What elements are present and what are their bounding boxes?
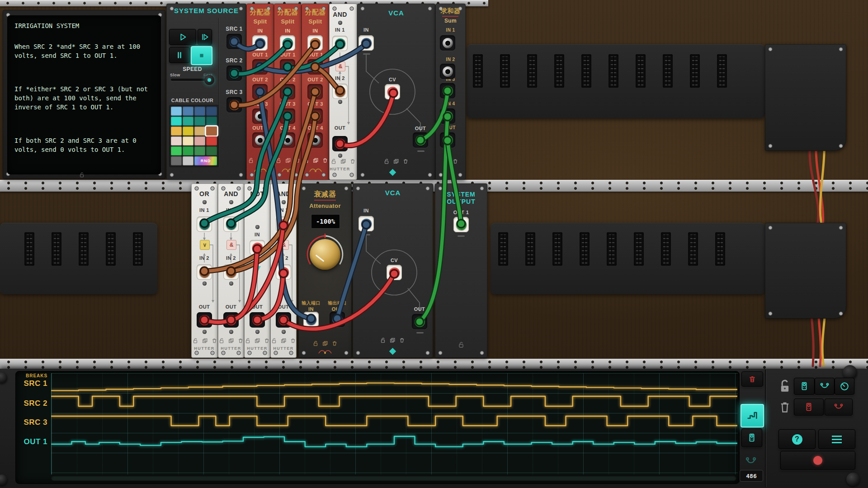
lock-tools-icon[interactable] [778, 379, 791, 394]
trash-icon[interactable] [452, 158, 458, 164]
record-button[interactable] [780, 451, 855, 470]
split-c-out4-jack[interactable] [307, 132, 323, 148]
help-button[interactable]: ? [778, 429, 816, 449]
palette-swatch-0-0[interactable] [171, 107, 182, 116]
and2-row2-in1-jack[interactable] [276, 216, 291, 232]
menu-button[interactable] [818, 429, 855, 449]
pause-button[interactable] [169, 47, 190, 63]
vca2-out-jack[interactable] [412, 314, 427, 329]
trash-icon[interactable] [264, 338, 270, 344]
lock-modules-button[interactable] [794, 378, 815, 395]
lock-icon[interactable] [312, 340, 319, 347]
delete-cables-button[interactable] [825, 399, 853, 416]
lock-icon[interactable] [192, 338, 198, 344]
step-forward-button[interactable] [198, 29, 212, 45]
palette-swatch-0-3[interactable] [206, 107, 217, 116]
split-a-out1-jack[interactable] [252, 59, 268, 75]
lock-icon[interactable] [330, 158, 337, 164]
copy-icon[interactable] [228, 338, 234, 344]
attenuator-module[interactable] [298, 183, 352, 358]
signal-view-button[interactable] [741, 404, 764, 427]
lock-knobs-button[interactable] [835, 378, 854, 395]
lock-cables-button[interactable] [815, 378, 835, 395]
sum-in2-jack[interactable] [440, 64, 455, 79]
and2-row2-in2-jack[interactable] [276, 264, 291, 280]
split-c-in-jack[interactable] [307, 35, 323, 51]
trash-icon[interactable] [399, 337, 405, 343]
copy-icon[interactable] [312, 157, 319, 164]
or-in2-jack[interactable] [197, 264, 212, 280]
sum-in1-jack[interactable] [440, 35, 455, 51]
and-row2-out-jack[interactable] [223, 312, 239, 328]
not-out-jack[interactable] [250, 312, 265, 328]
speed-slider-knob[interactable] [204, 75, 214, 85]
trash-icon[interactable] [211, 338, 217, 344]
scope-scrollbar[interactable] [51, 475, 736, 481]
and-row2-in1-jack[interactable] [223, 216, 239, 232]
copy-icon[interactable] [322, 340, 328, 347]
palette-swatch-0-2[interactable] [194, 107, 205, 116]
palette-swatch-2-3[interactable] [206, 127, 217, 136]
src2-jack[interactable] [226, 66, 242, 81]
sum-in4-jack[interactable] [440, 108, 455, 124]
lock-icon[interactable] [443, 158, 449, 164]
copy-icon[interactable] [340, 158, 346, 164]
palette-swatch-0-1[interactable] [183, 107, 193, 116]
palette-swatch-1-0[interactable] [171, 117, 182, 126]
system-output-lock-icon[interactable] [458, 341, 465, 348]
palette-swatch-4-0[interactable] [171, 146, 182, 155]
lock-icon[interactable] [275, 157, 282, 164]
lock-icon[interactable] [248, 157, 254, 164]
attenuator-out-jack[interactable] [330, 312, 345, 327]
trash-icon[interactable] [349, 158, 356, 164]
vca1-in-jack[interactable] [359, 35, 374, 51]
palette-swatch-1-3[interactable] [206, 117, 217, 126]
copy-icon[interactable] [389, 337, 396, 343]
sum-out-jack[interactable] [440, 132, 455, 148]
split-b-in-jack[interactable] [280, 35, 295, 51]
palette-swatch-1-2[interactable] [194, 117, 205, 126]
trash-icon[interactable] [267, 157, 273, 164]
palette-swatch-5-1[interactable] [183, 156, 193, 165]
vca2-cv-jack[interactable] [387, 265, 402, 280]
trash-icon[interactable] [402, 158, 409, 164]
lock-icon[interactable] [303, 157, 309, 164]
trash-icon[interactable] [322, 157, 328, 164]
lock-icon[interactable] [218, 338, 225, 344]
split-b-out3-jack[interactable] [280, 108, 295, 124]
split-a-in-jack[interactable] [252, 35, 268, 51]
vca2-in-jack[interactable] [359, 216, 374, 231]
and1-in1-jack[interactable] [332, 36, 348, 51]
vca1-cv-jack[interactable] [385, 84, 400, 99]
palette-swatch-4-3[interactable] [206, 146, 217, 155]
palette-swatch-5-0[interactable] [171, 156, 182, 165]
attenuator-in-jack[interactable] [303, 312, 319, 327]
module-view-button[interactable] [741, 428, 762, 447]
vca1-out-jack[interactable] [413, 132, 428, 148]
trash-icon[interactable] [290, 338, 296, 344]
palette-swatch-2-0[interactable] [171, 127, 182, 136]
palette-swatch-3-3[interactable] [206, 136, 217, 145]
palette-swatch-3-0[interactable] [171, 136, 182, 145]
not-in-jack[interactable] [250, 240, 265, 255]
palette-swatch-1-1[interactable] [183, 117, 193, 126]
split-b-out1-jack[interactable] [280, 59, 295, 75]
palette-swatch-3-1[interactable] [183, 136, 193, 145]
and1-in2-jack[interactable] [332, 84, 348, 99]
delete-modules-button[interactable] [794, 399, 824, 416]
palette-swatch-2-1[interactable] [183, 127, 193, 136]
and-row2-in2-jack[interactable] [223, 264, 239, 280]
trash-icon[interactable] [237, 338, 244, 344]
system-output-out1-jack[interactable] [453, 217, 469, 232]
split-a-out4-jack[interactable] [252, 132, 268, 148]
src1-jack[interactable] [226, 34, 242, 49]
attenuator-knob[interactable] [310, 239, 340, 270]
palette-swatch-rnd[interactable]: RND [194, 156, 217, 165]
split-c-out3-jack[interactable] [307, 108, 323, 124]
copy-icon[interactable] [254, 338, 260, 344]
play-button[interactable] [169, 29, 196, 45]
split-c-out1-jack[interactable] [307, 59, 323, 75]
and2-row2-out-jack[interactable] [276, 312, 291, 328]
copy-icon[interactable] [393, 158, 399, 164]
or-in1-jack[interactable] [197, 216, 212, 232]
